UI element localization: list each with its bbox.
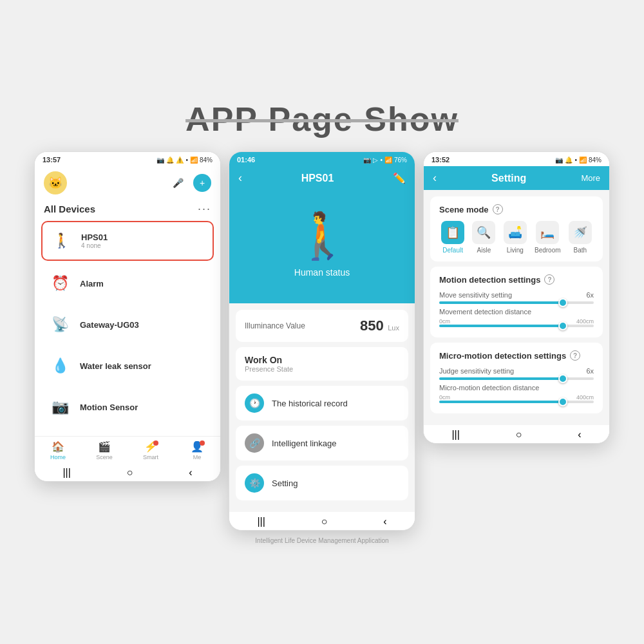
judge-sensitivity-value: 6x bbox=[586, 367, 594, 375]
nav-me[interactable]: 👤 Me bbox=[174, 440, 220, 460]
more-button[interactable]: More bbox=[581, 173, 600, 183]
scene-bedroom[interactable]: 🛏️ Bedroom bbox=[535, 221, 561, 254]
move-sensitivity-label-row: Move sensitivity setting 6x bbox=[439, 291, 594, 299]
micro-motion-card: Micro-motion detection settings ? Judge … bbox=[430, 343, 603, 413]
movement-distance-range: 0cm 400cm bbox=[439, 318, 594, 325]
gesture-bar: ||| ○ ‹ bbox=[35, 463, 220, 481]
gesture-circle: ○ bbox=[127, 467, 133, 478]
motion-detection-help-icon[interactable]: ? bbox=[544, 274, 554, 285]
scene-bath[interactable]: 🚿 Bath bbox=[569, 221, 592, 254]
illuminance-row: Illuminance Value 850 Lux bbox=[245, 317, 399, 334]
default-label: Default bbox=[442, 247, 463, 254]
phone3-status-icons: 📷 🔔 • 📶 84% bbox=[555, 156, 601, 164]
phone1-header: 🐱 🎤 + bbox=[35, 166, 220, 200]
gateway-icon: 📡 bbox=[48, 312, 72, 337]
scene-icon: 🎬 bbox=[98, 440, 111, 453]
work-on-card: Work On Presence State bbox=[236, 347, 408, 381]
historical-record-item[interactable]: 🕐 The historical record bbox=[236, 386, 408, 421]
scene-mode-help-icon[interactable]: ? bbox=[493, 204, 503, 214]
scene-mode-card: Scene mode ? 📋 Default 🔍 Aisle 🛋️ Living bbox=[430, 196, 603, 261]
move-sensitivity-track[interactable] bbox=[439, 301, 594, 304]
aisle-label: Aisle bbox=[477, 247, 491, 254]
gesture-back: ‹ bbox=[189, 467, 192, 478]
micro-motion-help-icon[interactable]: ? bbox=[570, 350, 580, 361]
move-sensitivity-thumb[interactable] bbox=[558, 298, 567, 307]
water-leak-icon: 💧 bbox=[48, 354, 72, 378]
micro-motion-label: Micro-motion detection settings bbox=[439, 351, 566, 361]
avatar[interactable]: 🐱 bbox=[44, 171, 67, 194]
history-icon: 🕐 bbox=[245, 393, 264, 413]
micro-distance-track[interactable] bbox=[439, 401, 594, 403]
micro-motion-title: Micro-motion detection settings ? bbox=[439, 350, 594, 361]
device-item-gateway[interactable]: 📡 Gateway-UG03 bbox=[41, 306, 214, 343]
illuminance-unit: Lux bbox=[388, 324, 399, 332]
scene-living[interactable]: 🛋️ Living bbox=[504, 221, 527, 254]
hps01-name: HPS01 bbox=[81, 232, 206, 242]
movement-distance-max: 400cm bbox=[576, 318, 594, 325]
phone1: 13:57 📷 🔔 ⚠️ • 📶 84% 🐱 🎤 + All Devices ·… bbox=[34, 151, 221, 482]
nav-scene[interactable]: 🎬 Scene bbox=[81, 440, 128, 460]
nav-home[interactable]: 🏠 Home bbox=[35, 440, 81, 460]
device-item-motion-sensor[interactable]: 📷 Motion Sensor bbox=[41, 388, 214, 426]
mic-button[interactable]: 🎤 bbox=[169, 174, 187, 192]
movement-distance-min: 0cm bbox=[439, 318, 450, 325]
add-button[interactable]: + bbox=[193, 174, 211, 192]
judge-sensitivity-label-row: Judge sensitivity setting 6x bbox=[439, 367, 594, 375]
micro-distance-label-row: Micro-motion detection distance bbox=[439, 384, 594, 392]
phone2: 01:46 📷 ▷ • 📶 76% ‹ HPS01 ✏️ 🚶 Human sta… bbox=[229, 151, 415, 531]
hps01-info: HPS01 4 none bbox=[81, 232, 206, 249]
move-sensitivity-label: Move sensitivity setting bbox=[439, 291, 512, 299]
micro-distance-thumb[interactable] bbox=[558, 397, 567, 406]
movement-distance-label: Movement detection distance bbox=[439, 308, 531, 316]
device-item-alarm[interactable]: ⏰ Alarm bbox=[41, 265, 214, 302]
phone3-status-bar: 13:52 📷 🔔 • 📶 84% bbox=[424, 152, 609, 166]
edit-button[interactable]: ✏️ bbox=[393, 172, 406, 184]
scene-mode-label: Scene mode bbox=[439, 205, 489, 214]
judge-sensitivity-thumb[interactable] bbox=[558, 374, 567, 383]
gesture-circle3: ○ bbox=[516, 429, 522, 440]
gear-icon: ⚙️ bbox=[245, 473, 264, 493]
intelligent-linkage-item[interactable]: 🔗 Intelligent linkage bbox=[236, 426, 408, 460]
scene-aisle[interactable]: 🔍 Aisle bbox=[472, 221, 495, 254]
phone2-time: 01:46 bbox=[237, 156, 255, 164]
phone3-back-button[interactable]: ‹ bbox=[433, 171, 437, 185]
gateway-name: Gateway-UG03 bbox=[80, 320, 207, 330]
device-list: 🚶 HPS01 4 none ⏰ Alarm 📡 Gateway-UG03 bbox=[35, 221, 220, 436]
motion-detection-card: Motion detection settings ? Move sensiti… bbox=[430, 267, 603, 337]
gesture-lines: ||| bbox=[62, 467, 70, 478]
micro-distance-min: 0cm bbox=[439, 394, 450, 401]
scene-default[interactable]: 📋 Default bbox=[441, 221, 464, 254]
page-subtitle: Intelligent Life Device Management Appli… bbox=[242, 537, 401, 544]
judge-sensitivity-track[interactable] bbox=[439, 377, 594, 380]
device-item-hps01[interactable]: 🚶 HPS01 4 none bbox=[41, 221, 214, 261]
phone3-time: 13:52 bbox=[431, 156, 450, 164]
more-options[interactable]: ··· bbox=[198, 202, 211, 216]
home-icon: 🏠 bbox=[52, 440, 64, 453]
nav-smart[interactable]: ⚡ Smart bbox=[128, 440, 174, 460]
hps01-sub: 4 none bbox=[81, 242, 206, 249]
page-title-text: APP Page Show bbox=[185, 100, 459, 138]
gesture-lines2: ||| bbox=[257, 516, 265, 527]
motion-sensor-name: Motion Sensor bbox=[80, 402, 207, 412]
phone3-header: ‹ Setting More bbox=[424, 166, 609, 190]
phone3: 13:52 📷 🔔 • 📶 84% ‹ Setting More Scene m… bbox=[423, 151, 610, 444]
back-button[interactable]: ‹ bbox=[238, 171, 242, 185]
gesture-back3: ‹ bbox=[578, 429, 581, 440]
movement-distance-label-row: Movement detection distance bbox=[439, 308, 594, 316]
water-leak-name: Water leak sensor bbox=[80, 361, 207, 371]
phone3-content: Scene mode ? 📋 Default 🔍 Aisle 🛋️ Living bbox=[424, 190, 609, 425]
gesture-bar2: ||| ○ ‹ bbox=[229, 512, 415, 530]
micro-distance-fill bbox=[439, 401, 563, 403]
device-item-water-leak[interactable]: 💧 Water leak sensor bbox=[41, 347, 214, 384]
hps01-icon: 🚶 bbox=[49, 229, 73, 253]
smart-badge bbox=[153, 440, 158, 446]
micro-distance-section: Micro-motion detection distance 0cm 400c… bbox=[439, 384, 594, 403]
me-badge bbox=[200, 440, 205, 446]
me-label: Me bbox=[193, 454, 202, 460]
scene-mode-section-title: Scene mode ? bbox=[439, 204, 594, 214]
movement-distance-thumb[interactable] bbox=[558, 321, 567, 330]
all-devices-title: All Devices bbox=[44, 204, 95, 214]
movement-distance-track[interactable] bbox=[439, 325, 594, 327]
intelligent-linkage-label: Intelligent linkage bbox=[272, 439, 336, 448]
setting-item[interactable]: ⚙️ Setting bbox=[236, 466, 408, 500]
